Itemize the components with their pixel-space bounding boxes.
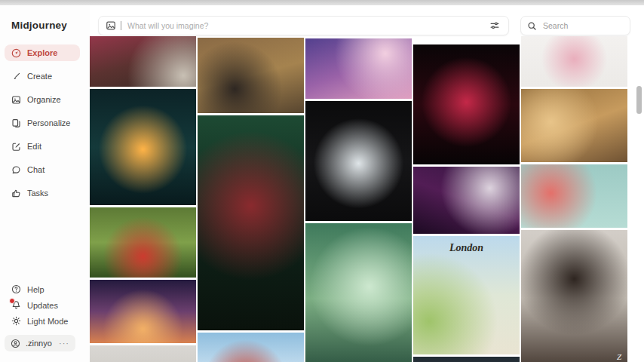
search-box[interactable]: [520, 16, 630, 35]
sidebar-item-label: Personalize: [27, 118, 70, 127]
user-avatar-icon: [11, 339, 20, 348]
grid-tile-emperor-throne[interactable]: [198, 115, 304, 330]
grid-tile-ladybug-flight[interactable]: [198, 333, 304, 362]
grid-tile-blossom-android[interactable]: [521, 164, 627, 228]
sidebar-item-label: Organize: [27, 95, 61, 104]
grid-tile-pink-teacup[interactable]: [521, 36, 627, 87]
scrollbar-thumb[interactable]: [636, 86, 642, 114]
grid-column-2: [198, 36, 304, 362]
grid-tile-pale-haired-anime[interactable]: [413, 167, 520, 234]
grid-tile-dusk-silhouette[interactable]: [90, 280, 196, 343]
grid-tile-stag-rider-nebula[interactable]: [305, 38, 412, 99]
sidebar-item-edit[interactable]: Edit: [5, 138, 80, 155]
bell-icon: [11, 300, 21, 310]
sidebar-item-chat[interactable]: Chat: [5, 161, 80, 178]
user-menu-ellipsis[interactable]: ···: [59, 339, 69, 348]
grid-column-1: [90, 36, 196, 362]
brand-title: Midjourney: [11, 20, 67, 31]
tile-caption: London: [413, 242, 520, 254]
sidebar-item-label: Edit: [27, 142, 41, 151]
grid-tile-light-tunnel-figure[interactable]: [90, 89, 196, 205]
sidebar-item-label: Tasks: [27, 189, 48, 198]
grid-tile-afro-glasses-girl[interactable]: Z: [521, 230, 627, 362]
grid-tile-red-riding-hood-girl[interactable]: [90, 207, 196, 278]
grid-column-4: London: [413, 36, 520, 362]
sun-icon: [11, 316, 21, 326]
grid-column-5: Z: [521, 36, 627, 362]
image-icon: [106, 20, 116, 31]
sidebar-item-create[interactable]: Create: [5, 68, 80, 84]
imagine-prompt-bar[interactable]: [98, 16, 509, 35]
sidebar-item-label: Light Mode: [27, 317, 68, 326]
explore-icon: [11, 48, 21, 58]
user-account-row[interactable]: .zinnyo ···: [5, 335, 75, 351]
sidebar-item-label: Updates: [27, 301, 58, 310]
sidebar-item-help[interactable]: Help: [5, 281, 80, 297]
search-icon: [527, 21, 537, 31]
grid-tile-xray-fist[interactable]: [305, 101, 412, 221]
tile-signature: Z: [617, 352, 621, 361]
sidebar-item-label: Explore: [27, 48, 57, 57]
sidebar-item-updates[interactable]: Updates: [5, 297, 80, 313]
sidebar-footer-nav: Help Updates Light Mode: [5, 281, 80, 329]
sidebar-item-explore[interactable]: Explore: [5, 44, 80, 61]
chat-bubble-icon: [11, 165, 21, 175]
sidebar-item-label: Help: [27, 285, 44, 294]
sidebar-item-label: Chat: [27, 165, 44, 174]
brush-icon: [11, 72, 21, 81]
grid-tile-spirit-forest[interactable]: [305, 223, 412, 362]
pencil-square-icon: [11, 142, 21, 152]
grid-tile-london-illustration[interactable]: London: [413, 236, 520, 354]
explore-image-grid: London Z: [90, 36, 627, 362]
search-input[interactable]: [541, 20, 624, 31]
browser-top-strip: [0, 0, 644, 5]
grid-tile-victorian-couple[interactable]: [198, 38, 304, 113]
thumbs-up-icon: [11, 189, 21, 198]
sidebar-item-tasks[interactable]: Tasks: [5, 185, 80, 201]
grid-tile-portrait-partial[interactable]: [90, 345, 196, 362]
notification-badge: [9, 298, 15, 304]
sidebar-item-light-mode[interactable]: Light Mode: [5, 313, 80, 329]
sidebar-item-personalize[interactable]: Personalize: [5, 115, 80, 131]
sidebar-nav: Explore Create Organize Personalize: [5, 44, 80, 201]
grid-tile-red-velvet-cake[interactable]: [90, 36, 196, 87]
grid-tile-crimson-road[interactable]: [413, 44, 520, 164]
grid-tile-dark-partial[interactable]: [413, 357, 520, 362]
sidebar: Midjourney Explore Create Organize: [0, 5, 90, 362]
sidebar-item-label: Create: [27, 72, 52, 81]
image-icon: [11, 95, 21, 105]
question-circle-icon: [11, 284, 21, 294]
sidebar-item-organize[interactable]: Organize: [5, 91, 80, 108]
midjourney-app: Midjourney Explore Create Organize: [0, 5, 644, 362]
grid-column-3: [305, 36, 412, 362]
username-label: .zinnyo: [26, 339, 54, 348]
pages-icon: [11, 118, 21, 128]
scrollbar-track: [627, 36, 644, 362]
text-caret: [121, 21, 121, 30]
imagine-input[interactable]: [126, 20, 483, 31]
grid-tile-dna-scientist[interactable]: [521, 89, 627, 162]
filter-sliders-icon[interactable]: [488, 19, 501, 32]
